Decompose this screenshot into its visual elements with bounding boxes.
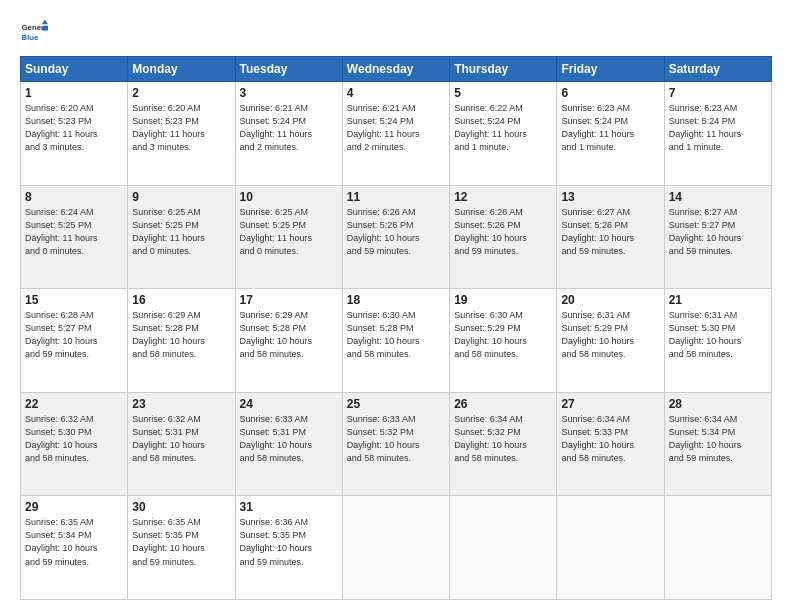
calendar-cell: 22Sunrise: 6:32 AM Sunset: 5:30 PM Dayli… bbox=[21, 392, 128, 496]
calendar-cell bbox=[450, 496, 557, 600]
calendar-cell: 21Sunrise: 6:31 AM Sunset: 5:30 PM Dayli… bbox=[664, 289, 771, 393]
calendar-cell: 15Sunrise: 6:28 AM Sunset: 5:27 PM Dayli… bbox=[21, 289, 128, 393]
day-number: 5 bbox=[454, 86, 552, 100]
day-info: Sunrise: 6:32 AM Sunset: 5:30 PM Dayligh… bbox=[25, 413, 123, 465]
calendar-cell: 12Sunrise: 6:26 AM Sunset: 5:26 PM Dayli… bbox=[450, 185, 557, 289]
calendar-cell: 2Sunrise: 6:20 AM Sunset: 5:23 PM Daylig… bbox=[128, 82, 235, 186]
day-number: 14 bbox=[669, 190, 767, 204]
day-info: Sunrise: 6:23 AM Sunset: 5:24 PM Dayligh… bbox=[561, 102, 659, 154]
day-number: 26 bbox=[454, 397, 552, 411]
day-number: 1 bbox=[25, 86, 123, 100]
day-info: Sunrise: 6:24 AM Sunset: 5:25 PM Dayligh… bbox=[25, 206, 123, 258]
calendar-cell: 1Sunrise: 6:20 AM Sunset: 5:23 PM Daylig… bbox=[21, 82, 128, 186]
day-number: 31 bbox=[240, 500, 338, 514]
calendar-cell: 13Sunrise: 6:27 AM Sunset: 5:26 PM Dayli… bbox=[557, 185, 664, 289]
calendar-cell: 7Sunrise: 6:23 AM Sunset: 5:24 PM Daylig… bbox=[664, 82, 771, 186]
day-number: 15 bbox=[25, 293, 123, 307]
day-number: 3 bbox=[240, 86, 338, 100]
day-info: Sunrise: 6:32 AM Sunset: 5:31 PM Dayligh… bbox=[132, 413, 230, 465]
calendar-cell: 11Sunrise: 6:26 AM Sunset: 5:26 PM Dayli… bbox=[342, 185, 449, 289]
calendar-week-4: 22Sunrise: 6:32 AM Sunset: 5:30 PM Dayli… bbox=[21, 392, 772, 496]
calendar-cell: 5Sunrise: 6:22 AM Sunset: 5:24 PM Daylig… bbox=[450, 82, 557, 186]
day-number: 18 bbox=[347, 293, 445, 307]
day-info: Sunrise: 6:20 AM Sunset: 5:23 PM Dayligh… bbox=[25, 102, 123, 154]
calendar-cell bbox=[557, 496, 664, 600]
day-info: Sunrise: 6:21 AM Sunset: 5:24 PM Dayligh… bbox=[240, 102, 338, 154]
calendar-cell: 8Sunrise: 6:24 AM Sunset: 5:25 PM Daylig… bbox=[21, 185, 128, 289]
day-number: 29 bbox=[25, 500, 123, 514]
calendar: SundayMondayTuesdayWednesdayThursdayFrid… bbox=[20, 56, 772, 600]
day-info: Sunrise: 6:23 AM Sunset: 5:24 PM Dayligh… bbox=[669, 102, 767, 154]
day-number: 28 bbox=[669, 397, 767, 411]
calendar-cell: 16Sunrise: 6:29 AM Sunset: 5:28 PM Dayli… bbox=[128, 289, 235, 393]
calendar-week-5: 29Sunrise: 6:35 AM Sunset: 5:34 PM Dayli… bbox=[21, 496, 772, 600]
day-info: Sunrise: 6:26 AM Sunset: 5:26 PM Dayligh… bbox=[454, 206, 552, 258]
day-info: Sunrise: 6:35 AM Sunset: 5:35 PM Dayligh… bbox=[132, 516, 230, 568]
day-number: 20 bbox=[561, 293, 659, 307]
day-number: 21 bbox=[669, 293, 767, 307]
day-number: 9 bbox=[132, 190, 230, 204]
svg-marker-2 bbox=[42, 20, 48, 25]
day-number: 16 bbox=[132, 293, 230, 307]
day-info: Sunrise: 6:35 AM Sunset: 5:34 PM Dayligh… bbox=[25, 516, 123, 568]
day-info: Sunrise: 6:25 AM Sunset: 5:25 PM Dayligh… bbox=[240, 206, 338, 258]
day-number: 6 bbox=[561, 86, 659, 100]
day-number: 10 bbox=[240, 190, 338, 204]
page: General Blue SundayMondayTuesdayWednesda… bbox=[0, 0, 792, 612]
calendar-cell: 3Sunrise: 6:21 AM Sunset: 5:24 PM Daylig… bbox=[235, 82, 342, 186]
day-info: Sunrise: 6:27 AM Sunset: 5:26 PM Dayligh… bbox=[561, 206, 659, 258]
day-info: Sunrise: 6:22 AM Sunset: 5:24 PM Dayligh… bbox=[454, 102, 552, 154]
svg-text:Blue: Blue bbox=[22, 33, 40, 42]
weekday-header-tuesday: Tuesday bbox=[235, 57, 342, 82]
day-info: Sunrise: 6:33 AM Sunset: 5:31 PM Dayligh… bbox=[240, 413, 338, 465]
calendar-cell: 20Sunrise: 6:31 AM Sunset: 5:29 PM Dayli… bbox=[557, 289, 664, 393]
weekday-header-friday: Friday bbox=[557, 57, 664, 82]
day-info: Sunrise: 6:33 AM Sunset: 5:32 PM Dayligh… bbox=[347, 413, 445, 465]
weekday-header-wednesday: Wednesday bbox=[342, 57, 449, 82]
day-number: 13 bbox=[561, 190, 659, 204]
day-number: 25 bbox=[347, 397, 445, 411]
weekday-header-sunday: Sunday bbox=[21, 57, 128, 82]
day-number: 4 bbox=[347, 86, 445, 100]
day-number: 30 bbox=[132, 500, 230, 514]
day-number: 8 bbox=[25, 190, 123, 204]
weekday-header-thursday: Thursday bbox=[450, 57, 557, 82]
calendar-cell: 30Sunrise: 6:35 AM Sunset: 5:35 PM Dayli… bbox=[128, 496, 235, 600]
day-number: 23 bbox=[132, 397, 230, 411]
day-info: Sunrise: 6:27 AM Sunset: 5:27 PM Dayligh… bbox=[669, 206, 767, 258]
day-info: Sunrise: 6:29 AM Sunset: 5:28 PM Dayligh… bbox=[132, 309, 230, 361]
calendar-cell: 17Sunrise: 6:29 AM Sunset: 5:28 PM Dayli… bbox=[235, 289, 342, 393]
day-info: Sunrise: 6:25 AM Sunset: 5:25 PM Dayligh… bbox=[132, 206, 230, 258]
calendar-cell: 27Sunrise: 6:34 AM Sunset: 5:33 PM Dayli… bbox=[557, 392, 664, 496]
day-info: Sunrise: 6:30 AM Sunset: 5:29 PM Dayligh… bbox=[454, 309, 552, 361]
day-number: 19 bbox=[454, 293, 552, 307]
day-info: Sunrise: 6:20 AM Sunset: 5:23 PM Dayligh… bbox=[132, 102, 230, 154]
weekday-header-saturday: Saturday bbox=[664, 57, 771, 82]
calendar-week-2: 8Sunrise: 6:24 AM Sunset: 5:25 PM Daylig… bbox=[21, 185, 772, 289]
day-info: Sunrise: 6:26 AM Sunset: 5:26 PM Dayligh… bbox=[347, 206, 445, 258]
day-number: 2 bbox=[132, 86, 230, 100]
calendar-cell: 29Sunrise: 6:35 AM Sunset: 5:34 PM Dayli… bbox=[21, 496, 128, 600]
calendar-cell: 25Sunrise: 6:33 AM Sunset: 5:32 PM Dayli… bbox=[342, 392, 449, 496]
day-info: Sunrise: 6:34 AM Sunset: 5:32 PM Dayligh… bbox=[454, 413, 552, 465]
day-info: Sunrise: 6:34 AM Sunset: 5:33 PM Dayligh… bbox=[561, 413, 659, 465]
logo: General Blue bbox=[20, 18, 48, 46]
calendar-week-1: 1Sunrise: 6:20 AM Sunset: 5:23 PM Daylig… bbox=[21, 82, 772, 186]
calendar-cell: 4Sunrise: 6:21 AM Sunset: 5:24 PM Daylig… bbox=[342, 82, 449, 186]
day-number: 22 bbox=[25, 397, 123, 411]
calendar-cell bbox=[342, 496, 449, 600]
day-info: Sunrise: 6:29 AM Sunset: 5:28 PM Dayligh… bbox=[240, 309, 338, 361]
day-number: 17 bbox=[240, 293, 338, 307]
header: General Blue bbox=[20, 18, 772, 46]
day-info: Sunrise: 6:36 AM Sunset: 5:35 PM Dayligh… bbox=[240, 516, 338, 568]
day-info: Sunrise: 6:30 AM Sunset: 5:28 PM Dayligh… bbox=[347, 309, 445, 361]
calendar-cell: 6Sunrise: 6:23 AM Sunset: 5:24 PM Daylig… bbox=[557, 82, 664, 186]
day-info: Sunrise: 6:34 AM Sunset: 5:34 PM Dayligh… bbox=[669, 413, 767, 465]
day-number: 11 bbox=[347, 190, 445, 204]
day-info: Sunrise: 6:31 AM Sunset: 5:29 PM Dayligh… bbox=[561, 309, 659, 361]
calendar-cell: 23Sunrise: 6:32 AM Sunset: 5:31 PM Dayli… bbox=[128, 392, 235, 496]
day-info: Sunrise: 6:21 AM Sunset: 5:24 PM Dayligh… bbox=[347, 102, 445, 154]
day-number: 7 bbox=[669, 86, 767, 100]
calendar-body: 1Sunrise: 6:20 AM Sunset: 5:23 PM Daylig… bbox=[21, 82, 772, 600]
calendar-cell: 18Sunrise: 6:30 AM Sunset: 5:28 PM Dayli… bbox=[342, 289, 449, 393]
